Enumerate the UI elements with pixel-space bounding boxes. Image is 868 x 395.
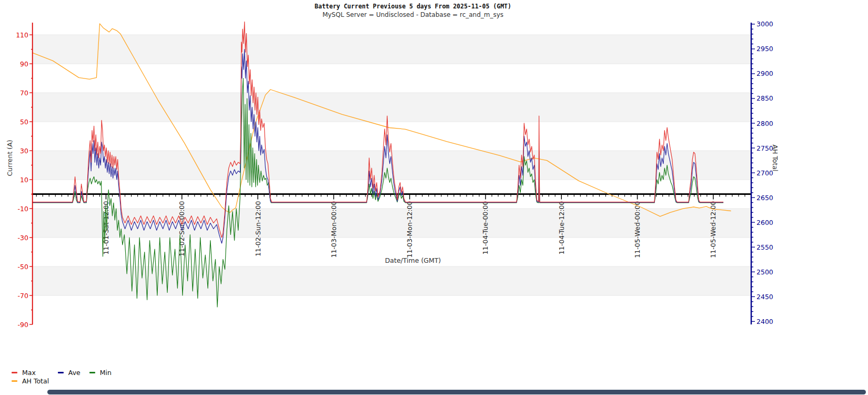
left-tick-label: 50 <box>20 118 28 126</box>
right-tick-label: 2850 <box>756 94 773 102</box>
chart-plot-area: 11-01-Sat-12:0011-02-Sun-00:0011-02-Sun-… <box>0 0 868 337</box>
legend-item-ave: Ave <box>58 369 80 377</box>
x-tick-label: 11-03-Mon-00:00 <box>330 201 338 258</box>
legend-item-min: Min <box>89 369 112 377</box>
left-tick-label: 30 <box>20 147 28 155</box>
legend-label: Ave <box>68 369 80 377</box>
x-tick-label: 11-02-Sun-12:00 <box>254 201 262 256</box>
left-tick-label: -70 <box>18 292 28 300</box>
zero-line <box>33 193 751 195</box>
right-tick-label: 2900 <box>756 70 773 77</box>
right-axis-title: AH Total <box>771 144 779 171</box>
legend-dash-icon <box>12 372 17 373</box>
legend-row: MaxAveMin <box>12 369 112 377</box>
legend-row: AH Total <box>12 377 112 385</box>
legend-dash-icon <box>58 372 64 373</box>
x-tick-label: 11-03-Mon-12:00 <box>406 201 413 258</box>
legend-item-ah-total: AH Total <box>12 377 49 385</box>
right-tick-label: 2600 <box>756 219 773 226</box>
right-tick-label: 2450 <box>756 293 773 301</box>
legend-label: Min <box>100 369 112 377</box>
horizontal-scrollbar-thumb[interactable] <box>47 390 866 394</box>
right-axis-line <box>751 23 752 324</box>
legend-label: AH Total <box>22 377 49 385</box>
right-tick-label: 2400 <box>756 318 773 325</box>
left-tick-label: 10 <box>20 176 28 184</box>
left-tick-label: -10 <box>18 205 28 213</box>
legend-dash-icon <box>12 380 17 382</box>
x-axis-title: Date/Time (GMT) <box>33 256 793 264</box>
left-tick-label: -50 <box>18 263 28 271</box>
left-tick-label: 90 <box>20 60 28 68</box>
background-band <box>33 35 751 64</box>
legend-dash-icon <box>89 372 95 373</box>
x-tick-label: 11-04-Tue-12:00 <box>558 201 566 255</box>
left-tick-label: -90 <box>18 321 28 329</box>
legend-item-max: Max <box>12 369 36 377</box>
chart-legend: MaxAveMinAH Total <box>12 369 112 386</box>
right-tick-label: 3000 <box>756 20 773 28</box>
x-tick-label: 11-05-Wed-00:00 <box>633 201 641 258</box>
x-tick-label: 11-04-Tue-00:00 <box>481 201 489 255</box>
right-tick-label: 2800 <box>756 120 773 127</box>
background-band <box>33 266 751 295</box>
right-tick-label: 2500 <box>756 268 773 276</box>
legend-label: Max <box>22 369 36 377</box>
background-band <box>33 93 751 122</box>
left-tick-label: -30 <box>18 234 28 242</box>
left-axis-line <box>32 23 33 324</box>
left-tick-label: 110 <box>16 31 28 39</box>
right-tick-label: 2950 <box>756 45 773 53</box>
right-tick-label: 2550 <box>756 243 773 251</box>
left-axis-title: Current (A) <box>6 140 14 176</box>
right-tick-label: 2650 <box>756 194 773 202</box>
background-band <box>33 209 751 238</box>
left-tick-label: 70 <box>20 89 28 97</box>
